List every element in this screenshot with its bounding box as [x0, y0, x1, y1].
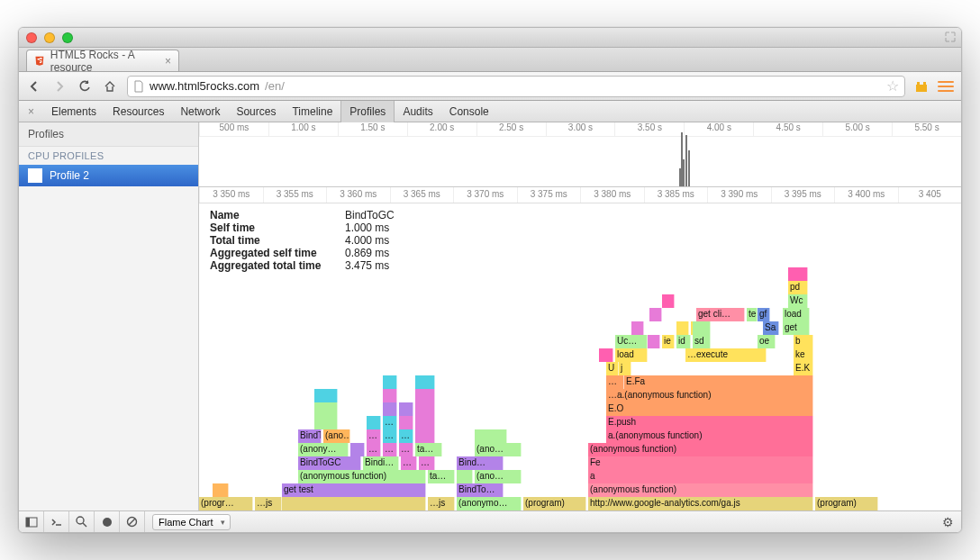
flame-bar[interactable]: … [367, 443, 381, 456]
sidebar-item-profile-2[interactable]: Profile 2 [19, 165, 198, 186]
flame-bar[interactable]: (program) [815, 497, 878, 510]
flame-bar[interactable]: …a.(anonymous function) [606, 389, 813, 402]
flame-bar[interactable]: Sa [763, 321, 779, 335]
flame-bar[interactable]: Fe [588, 456, 813, 470]
flame-bar[interactable]: (ano… [475, 470, 522, 483]
flame-bar[interactable] [457, 470, 473, 483]
flame-bar[interactable]: … [606, 375, 624, 389]
flame-bar[interactable] [599, 348, 613, 362]
reload-button[interactable] [77, 80, 93, 93]
devtools-close-icon[interactable]: × [19, 105, 43, 118]
tab-console[interactable]: Console [441, 101, 497, 122]
search-button[interactable] [69, 511, 95, 533]
flame-bar[interactable]: (anony… [298, 443, 349, 456]
flame-bar[interactable]: BindToGC [298, 456, 361, 470]
flame-bar[interactable]: b [794, 335, 813, 348]
bookmark-star-icon[interactable]: ☆ [886, 77, 899, 95]
flame-bar[interactable]: … [383, 443, 397, 456]
flame-bar[interactable]: E.Fa [624, 375, 813, 389]
flame-bar[interactable]: BindTo… [457, 483, 504, 497]
flame-bar[interactable]: (anonymous function) [588, 443, 813, 456]
forward-button[interactable] [51, 80, 68, 93]
flame-bar[interactable] [415, 389, 435, 402]
flame-bar[interactable]: E.push [606, 416, 813, 429]
flame-bar[interactable] [415, 416, 435, 429]
flame-bar[interactable] [693, 321, 711, 335]
tab-profiles[interactable]: Profiles [340, 101, 395, 122]
flame-bar[interactable] [648, 335, 660, 348]
flame-bar[interactable] [314, 389, 338, 402]
flame-bar[interactable]: load [615, 348, 648, 362]
flame-bar[interactable]: … [383, 416, 397, 429]
tab-resources[interactable]: Resources [104, 101, 172, 122]
flame-bar[interactable] [475, 429, 507, 443]
flame-bar[interactable] [213, 483, 229, 497]
address-bar[interactable]: www.html5rocks.com/en/ ☆ [127, 76, 905, 97]
flame-bar[interactable]: (ano… [475, 443, 522, 456]
flame-bar[interactable]: ke [794, 348, 813, 362]
fullscreen-icon[interactable] [945, 32, 956, 42]
dock-toggle-button[interactable] [19, 511, 44, 533]
flame-bar[interactable]: … [399, 443, 413, 456]
clear-button[interactable] [120, 511, 145, 533]
flame-bar[interactable]: load [783, 308, 810, 321]
flame-bar[interactable]: BindTo… [298, 429, 322, 443]
flame-bar[interactable] [662, 294, 675, 308]
flame-bar[interactable]: a [588, 470, 813, 483]
flame-bar[interactable]: get test [282, 483, 426, 497]
flame-bar[interactable] [631, 321, 644, 335]
flame-bar[interactable]: …execute [685, 348, 767, 362]
flame-bar[interactable]: … [367, 429, 381, 443]
flame-bar[interactable]: …js [255, 497, 282, 510]
flame-bar[interactable]: Bindi… [363, 456, 399, 470]
flame-bar[interactable]: E.K [794, 362, 813, 375]
back-button[interactable] [26, 80, 42, 93]
close-tab-icon[interactable]: × [165, 55, 171, 68]
flame-bar[interactable]: j [619, 362, 631, 375]
flame-bar[interactable]: id [676, 335, 691, 348]
flame-bar[interactable]: get [783, 321, 810, 335]
flame-bar[interactable] [415, 375, 435, 389]
flame-bar[interactable] [415, 402, 435, 416]
flame-chart[interactable]: NameBindToGCSelf time1.000 msTotal time4… [199, 203, 961, 510]
flame-bar[interactable] [788, 267, 808, 281]
flame-bar[interactable]: get cli… [696, 308, 745, 321]
zoom-window-button[interactable] [62, 32, 73, 43]
flame-bar[interactable]: E.O [606, 402, 813, 416]
flame-bar[interactable]: U [606, 362, 619, 375]
record-button[interactable] [95, 511, 120, 533]
home-button[interactable] [102, 80, 118, 93]
settings-gear-icon[interactable]: ⚙ [942, 515, 954, 529]
flame-bar[interactable]: (anonymous function) [588, 483, 813, 497]
tab-timeline[interactable]: Timeline [284, 101, 340, 122]
flame-bar[interactable] [399, 416, 413, 429]
flame-bar[interactable]: … [399, 429, 413, 443]
flame-bar[interactable]: oe [758, 335, 776, 348]
flame-bar[interactable]: …js [428, 497, 455, 510]
view-mode-select[interactable]: Flame Chart [152, 514, 231, 530]
browser-tab[interactable]: HTML5 Rocks - A resource × [26, 50, 179, 71]
tab-elements[interactable]: Elements [43, 101, 104, 122]
flame-bar[interactable]: ta… [428, 470, 455, 483]
flame-bar[interactable] [314, 402, 338, 416]
flame-bar[interactable] [282, 497, 426, 510]
flame-bar[interactable] [350, 443, 365, 456]
flame-bar[interactable]: (anonymous function) [298, 470, 426, 483]
flame-bar[interactable] [314, 416, 338, 429]
flame-bar[interactable]: gf [758, 308, 770, 321]
show-console-button[interactable] [44, 511, 69, 533]
tab-audits[interactable]: Audits [395, 101, 440, 122]
flame-bar[interactable] [649, 308, 662, 321]
flame-bar[interactable] [383, 402, 397, 416]
overview-timeline[interactable]: 500 ms1.00 s1.50 s2.00 s2.50 s3.00 s3.50… [199, 122, 961, 187]
tab-sources[interactable]: Sources [228, 101, 284, 122]
flame-bar[interactable] [415, 429, 435, 443]
flame-bar[interactable]: http://www.google-analytics.com/ga.js [588, 497, 813, 510]
flame-bar[interactable]: ta… [415, 443, 442, 456]
flame-bar[interactable]: (ano… [323, 429, 350, 443]
tab-network[interactable]: Network [172, 101, 228, 122]
flame-bar[interactable] [367, 416, 381, 429]
flame-bar[interactable] [383, 389, 397, 402]
flame-bar[interactable]: (anonymo… [457, 497, 522, 510]
flame-bar[interactable]: a.(anonymous function) [606, 429, 813, 443]
